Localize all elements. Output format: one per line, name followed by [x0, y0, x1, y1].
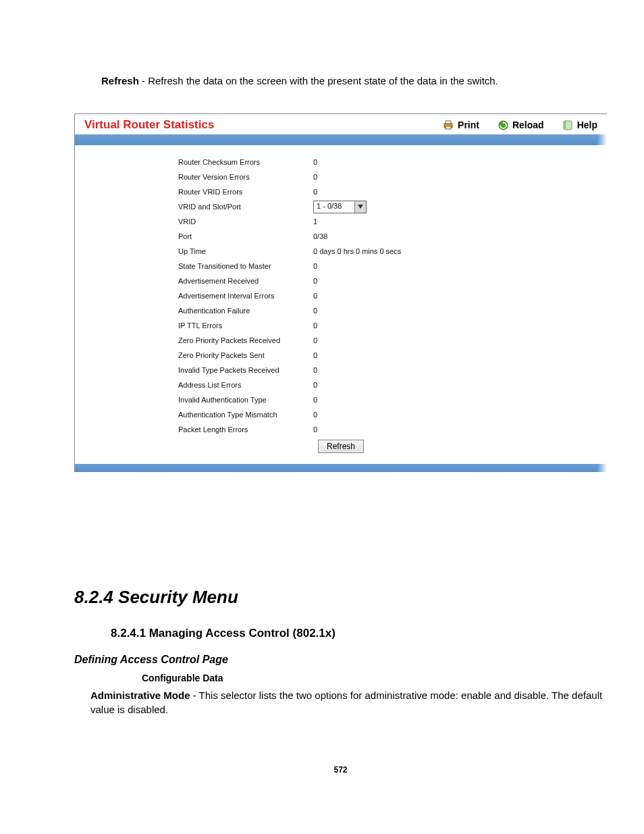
stats-label: Invalid Type Packets Received — [178, 366, 313, 374]
reload-button[interactable]: Reload — [498, 120, 544, 130]
stats-row: Authentication Type Mismatch0 — [178, 407, 607, 422]
stats-value: 0 — [313, 381, 448, 389]
stats-row: VRID and Slot/Port1 - 0/38 — [178, 199, 607, 214]
stats-row: Address List Errors0 — [178, 377, 607, 392]
stats-row: Zero Priority Packets Sent0 — [178, 348, 607, 363]
admin-mode-paragraph: Administrative Mode - This selector list… — [90, 689, 607, 716]
stats-label: Port — [178, 232, 313, 240]
stats-row: Advertisement Interval Errors0 — [178, 288, 607, 303]
reload-icon — [498, 120, 508, 130]
stats-row: State Transitioned to Master0 — [178, 259, 607, 273]
stats-label: VRID and Slot/Port — [178, 203, 313, 211]
stats-value: 0/38 — [313, 232, 448, 240]
stats-row: Up Time0 days 0 hrs 0 mins 0 secs — [178, 244, 607, 259]
stats-row: IP TTL Errors0 — [178, 318, 607, 333]
stats-label: IP TTL Errors — [178, 321, 313, 330]
stats-value: 0 — [313, 336, 448, 344]
subsection-heading: 8.2.4.1 Managing Access Control (802.1x) — [111, 627, 607, 640]
stats-label: Router VRID Errors — [178, 188, 313, 196]
stats-value: 0 — [313, 188, 448, 196]
stats-label: Advertisement Received — [178, 277, 313, 285]
divider-bar-bottom — [75, 464, 607, 472]
print-label: Print — [458, 120, 479, 130]
refresh-row: Refresh — [75, 437, 607, 459]
stats-label: Authentication Type Mismatch — [178, 411, 313, 419]
reload-label: Reload — [512, 120, 544, 130]
stats-label: Address List Errors — [178, 381, 313, 389]
stats-value: 0 — [313, 307, 448, 315]
help-icon — [563, 120, 573, 130]
panel-header: Virtual Router Statistics Print — [75, 114, 607, 134]
stats-row: Advertisement Received0 — [178, 273, 607, 288]
stats-label: Authentication Failure — [178, 307, 313, 315]
stats-value: 0 — [313, 321, 448, 330]
divider-bar-top — [75, 134, 607, 145]
help-button[interactable]: Help — [563, 120, 597, 130]
print-icon — [443, 120, 454, 130]
stats-table: Router Checksum Errors0Router Version Er… — [178, 155, 607, 437]
stats-label: Up Time — [178, 247, 313, 255]
stats-row: VRID1 — [178, 214, 607, 229]
stats-value: 0 — [313, 411, 448, 419]
admin-mode-label: Administrative Mode — [90, 689, 190, 701]
svg-rect-5 — [564, 121, 566, 130]
stats-label: Router Version Errors — [178, 173, 313, 181]
panel-title: Virtual Router Statistics — [84, 118, 443, 132]
configurable-data-heading: Configurable Data — [142, 673, 607, 683]
panel-body: Router Checksum Errors0Router Version Er… — [75, 145, 607, 464]
refresh-description: Refresh - Refresh the data on the screen… — [101, 74, 607, 88]
stats-row: Router Version Errors0 — [178, 170, 607, 184]
stats-value: 0 — [313, 292, 448, 300]
select-value: 1 - 0/38 — [314, 201, 354, 213]
stats-value: 0 — [313, 277, 448, 285]
help-label: Help — [577, 120, 597, 130]
page-heading: Defining Access Control Page — [74, 654, 607, 666]
stats-value: 0 days 0 hrs 0 mins 0 secs — [313, 247, 448, 255]
stats-row: Router Checksum Errors0 — [178, 155, 607, 170]
stats-row: Packet Length Errors0 — [178, 422, 607, 437]
stats-panel: Virtual Router Statistics Print — [74, 113, 607, 472]
stats-row: Port0/38 — [178, 229, 607, 244]
stats-label: Invalid Authentication Type — [178, 396, 313, 404]
stats-label: Zero Priority Packets Sent — [178, 351, 313, 359]
stats-value: 0 — [313, 425, 448, 434]
section-heading: 8.2.4 Security Menu — [74, 587, 607, 608]
print-button[interactable]: Print — [443, 120, 479, 130]
stats-label: Router Checksum Errors — [178, 158, 313, 166]
refresh-text: - Refresh the data on the screen with th… — [139, 75, 498, 86]
stats-label: State Transitioned to Master — [178, 262, 313, 270]
stats-row: Invalid Type Packets Received0 — [178, 363, 607, 377]
stats-label: Packet Length Errors — [178, 425, 313, 434]
stats-row: Invalid Authentication Type0 — [178, 392, 607, 407]
page-number: 572 — [74, 765, 607, 775]
svg-rect-1 — [446, 121, 451, 124]
stats-value: 0 — [313, 366, 448, 374]
chevron-down-icon[interactable] — [354, 201, 366, 213]
stats-value: 0 — [313, 158, 448, 166]
stats-value: 0 — [313, 351, 448, 359]
stats-value: 1 — [313, 217, 448, 226]
svg-rect-2 — [446, 126, 451, 129]
stats-label: VRID — [178, 217, 313, 226]
stats-label: Zero Priority Packets Received — [178, 336, 313, 344]
refresh-label: Refresh — [101, 75, 139, 86]
vrid-slot-port-select[interactable]: 1 - 0/38 — [313, 201, 448, 213]
select-control[interactable]: 1 - 0/38 — [313, 201, 367, 213]
panel-toolbar: Print Reload Help — [443, 120, 597, 130]
stats-value: 0 — [313, 173, 448, 181]
stats-row: Router VRID Errors0 — [178, 184, 607, 199]
stats-row: Zero Priority Packets Received0 — [178, 333, 607, 348]
stats-value: 0 — [313, 262, 448, 270]
stats-label: Advertisement Interval Errors — [178, 292, 313, 300]
stats-value: 0 — [313, 396, 448, 404]
stats-row: Authentication Failure0 — [178, 303, 607, 318]
refresh-button[interactable]: Refresh — [318, 440, 364, 453]
